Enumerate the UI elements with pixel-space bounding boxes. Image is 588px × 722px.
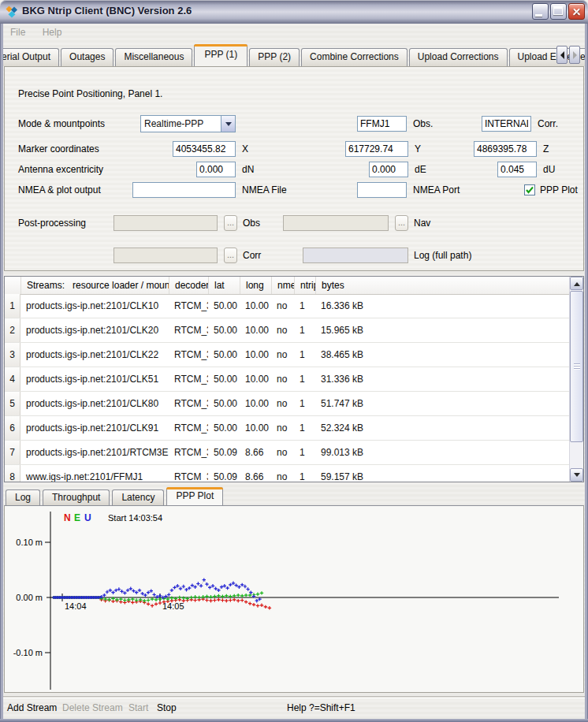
- table-row[interactable]: 8www.igs-ip.net:2101/FFMJ1RTCM_3.050.098…: [5, 465, 570, 482]
- header-nmea[interactable]: nmea: [271, 277, 294, 294]
- ppp-plot-checkbox[interactable]: [524, 184, 535, 195]
- checkmark-icon: [525, 185, 534, 195]
- cell-decoder: RTCM_3.0: [169, 343, 208, 367]
- tab-scroll-right-button[interactable]: [569, 46, 580, 64]
- window-border-right: [585, 22, 588, 722]
- tab-upload-corrections[interactable]: Upload Corrections: [409, 48, 508, 66]
- stop-button[interactable]: Stop: [157, 702, 177, 713]
- table-row[interactable]: 4products.igs-ip.net:2101/CLK51RTCM_3.05…: [5, 367, 570, 392]
- obs-mountpoint-field[interactable]: [357, 116, 407, 132]
- tab-log[interactable]: Log: [6, 489, 40, 505]
- tab-throughput[interactable]: Throughput: [43, 489, 110, 505]
- row-number[interactable]: 7: [5, 441, 20, 464]
- marker-x-field[interactable]: [173, 141, 236, 157]
- tab-ppp-2[interactable]: PPP (2): [249, 48, 300, 66]
- arrow-down-icon: [574, 473, 580, 480]
- cell-bytes: 59.157 kB: [315, 465, 570, 482]
- row-number[interactable]: 6: [5, 416, 20, 440]
- cell-bytes: 16.336 kB: [315, 294, 570, 318]
- streams-table-header: Streams: resource loader / mountpoint de…: [5, 277, 570, 295]
- marker-z-field[interactable]: [474, 141, 537, 157]
- marker-y-field[interactable]: [345, 141, 408, 157]
- window-border-left: [0, 22, 3, 722]
- cell-long: 10.00: [240, 294, 271, 318]
- add-stream-button[interactable]: Add Stream: [7, 702, 57, 713]
- cell-lat: 50.00: [208, 392, 240, 415]
- corr-mountpoint-field[interactable]: [482, 116, 531, 132]
- x-tick-label: 14:05: [162, 601, 184, 611]
- tab-latency[interactable]: Latency: [112, 489, 164, 505]
- table-row[interactable]: 3products.igs-ip.net:2101/CLK22RTCM_3.05…: [5, 343, 570, 367]
- titlebar[interactable]: BKG Ntrip Client (BNC) Version 2.6: [0, 0, 588, 24]
- antenna-de-field[interactable]: [369, 162, 408, 177]
- table-row[interactable]: 5products.igs-ip.net:2101/CLK80RTCM_3.05…: [5, 392, 570, 416]
- scrollbar-up-button[interactable]: [570, 277, 583, 290]
- row-number[interactable]: 3: [5, 343, 20, 367]
- tab-combine-corrections[interactable]: Combine Corrections: [301, 48, 408, 66]
- menu-help[interactable]: Help: [35, 24, 69, 41]
- cell-bytes: 38.465 kB: [315, 343, 570, 367]
- cell-decoder: RTCM_3.0: [169, 318, 208, 342]
- tab-serial-output[interactable]: Serial Output: [3, 48, 59, 66]
- cell-mountpoint: products.igs-ip.net:2101/CLK22: [20, 343, 169, 367]
- post-processing-label: Post-processing: [18, 215, 86, 231]
- arrow-right-icon: [573, 51, 577, 59]
- cell-nmea: no: [271, 392, 294, 415]
- row-number[interactable]: 5: [5, 392, 20, 415]
- scrollbar-thumb[interactable]: [570, 291, 583, 442]
- nmea-file-field[interactable]: [132, 182, 236, 198]
- tab-scroll-left-button[interactable]: [556, 46, 568, 64]
- chevron-down-icon[interactable]: [221, 116, 235, 132]
- nmea-port-field[interactable]: [357, 182, 407, 198]
- series-flat-U: [52, 596, 102, 599]
- header-ntrip[interactable]: ntrip: [294, 277, 315, 294]
- ppp-plot-label: PPP Plot: [540, 182, 578, 198]
- scrollbar-down-button[interactable]: [570, 468, 583, 482]
- table-scrollbar[interactable]: [569, 277, 583, 482]
- ppp-panel: Precise Point Positioning, Panel 1. Mode…: [4, 66, 584, 271]
- du-label: dU: [543, 162, 555, 177]
- header-decoder[interactable]: decoder: [169, 277, 208, 294]
- ppp-plot-panel: 0.10 m0.00 m-0.10 m14:0414:05NEUStart 14…: [4, 505, 584, 693]
- series-markers-N: [99, 597, 271, 610]
- tab-outages[interactable]: Outages: [61, 48, 114, 66]
- header-long[interactable]: long: [240, 277, 271, 294]
- browse-corr-button[interactable]: ...: [224, 247, 237, 263]
- mode-dropdown[interactable]: Realtime-PPP: [140, 115, 236, 132]
- header-bytes[interactable]: bytes: [315, 277, 570, 294]
- legend-U: U: [84, 512, 91, 523]
- minimize-icon: [535, 14, 542, 17]
- header-lat[interactable]: lat: [208, 277, 240, 294]
- cell-long: 8.66: [240, 465, 271, 482]
- maximize-button[interactable]: [550, 3, 567, 20]
- table-row[interactable]: 2products.igs-ip.net:2101/CLK20RTCM_3.05…: [5, 318, 570, 343]
- tab-miscellaneous[interactable]: Miscellaneous: [115, 48, 192, 66]
- cell-nmea: no: [271, 367, 294, 391]
- browse-obs-button[interactable]: ...: [224, 215, 237, 231]
- close-button[interactable]: [568, 3, 585, 20]
- table-row[interactable]: 6products.igs-ip.net:2101/CLK91RTCM_3.05…: [5, 416, 570, 441]
- row-number[interactable]: 4: [5, 367, 20, 391]
- table-row[interactable]: 1products.igs-ip.net:2101/CLK10RTCM_3.05…: [5, 294, 570, 318]
- browse-nav-button[interactable]: ...: [395, 215, 408, 231]
- cell-long: 10.00: [240, 392, 271, 415]
- row-number[interactable]: 1: [5, 294, 20, 318]
- cell-decoder: RTCM_3.0: [169, 294, 208, 318]
- minimize-button[interactable]: [532, 3, 549, 20]
- menubar: File Help: [3, 24, 585, 43]
- tab-ppp-1[interactable]: PPP (1): [194, 44, 247, 66]
- table-row[interactable]: 7products.igs-ip.net:2101/RTCM3EPHRTCM_3…: [5, 441, 570, 465]
- cell-nmea: no: [271, 465, 294, 482]
- cell-mountpoint: products.igs-ip.net:2101/CLK80: [20, 392, 169, 415]
- header-mountpoint[interactable]: Streams: resource loader / mountpoint: [20, 277, 169, 294]
- row-number[interactable]: 2: [5, 318, 20, 342]
- tab-ppp-plot[interactable]: PPP Plot: [166, 487, 223, 505]
- legend-E: E: [74, 512, 80, 523]
- tab-scroll-buttons: [556, 46, 580, 64]
- row-number[interactable]: 8: [5, 465, 20, 482]
- antenna-du-field[interactable]: [497, 162, 537, 177]
- cell-ntrip: 1: [294, 294, 315, 318]
- antenna-dn-field[interactable]: [196, 162, 236, 177]
- menu-file[interactable]: File: [3, 24, 32, 41]
- cell-bytes: 15.965 kB: [315, 318, 570, 342]
